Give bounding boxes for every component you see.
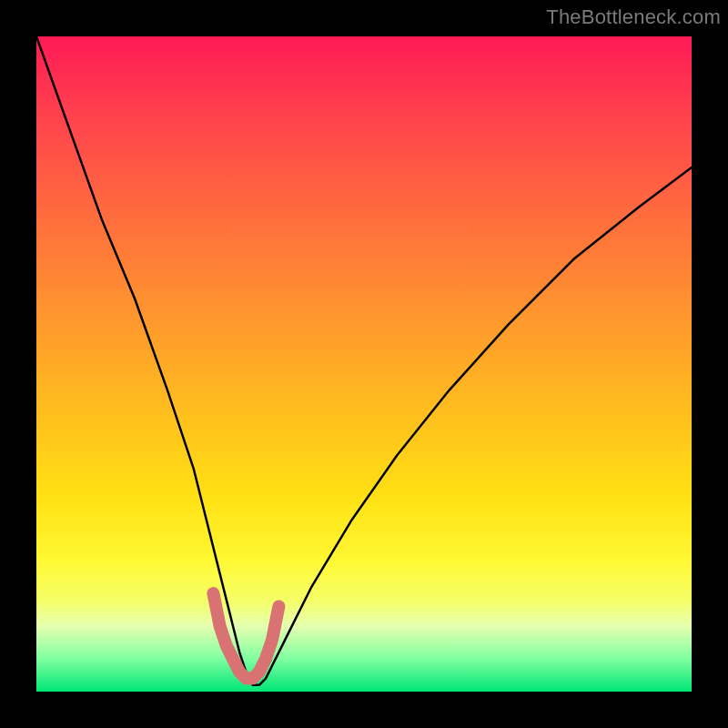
plot-area: [36, 36, 692, 692]
bottleneck-curve: [36, 36, 692, 685]
watermark-text: TheBottleneck.com: [546, 5, 721, 29]
chart-frame: TheBottleneck.com: [0, 0, 728, 728]
curve-svg: [36, 36, 692, 692]
valley-highlight: [213, 593, 278, 679]
